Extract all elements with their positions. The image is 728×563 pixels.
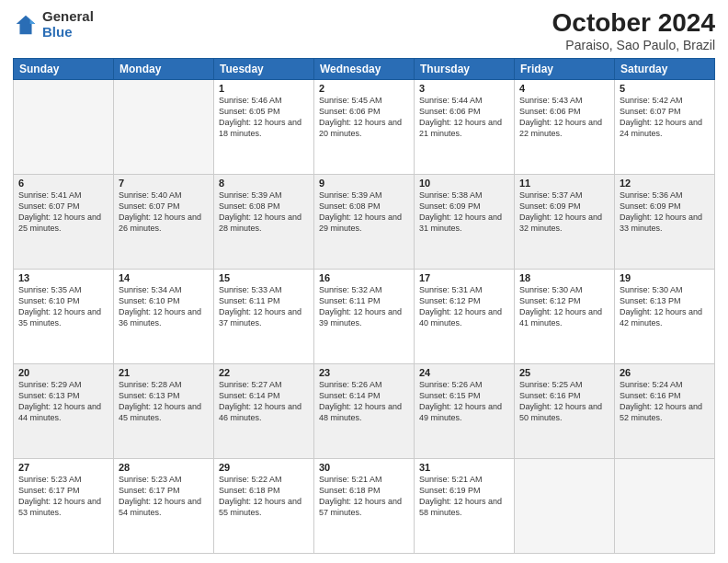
day-number: 5 bbox=[620, 83, 710, 94]
day-info: Sunrise: 5:39 AM Sunset: 6:08 PM Dayligh… bbox=[219, 190, 309, 235]
table-row bbox=[14, 79, 114, 174]
table-row: 31Sunrise: 5:21 AM Sunset: 6:19 PM Dayli… bbox=[415, 458, 515, 553]
table-row: 24Sunrise: 5:26 AM Sunset: 6:15 PM Dayli… bbox=[415, 363, 515, 458]
day-number: 23 bbox=[319, 367, 409, 378]
calendar-header-row: Sunday Monday Tuesday Wednesday Thursday… bbox=[14, 58, 715, 79]
day-number: 9 bbox=[319, 178, 409, 189]
calendar-table: Sunday Monday Tuesday Wednesday Thursday… bbox=[13, 58, 715, 554]
table-row: 13Sunrise: 5:35 AM Sunset: 6:10 PM Dayli… bbox=[14, 269, 114, 363]
table-row: 1Sunrise: 5:46 AM Sunset: 6:05 PM Daylig… bbox=[214, 79, 314, 174]
table-row: 2Sunrise: 5:45 AM Sunset: 6:06 PM Daylig… bbox=[314, 79, 415, 174]
table-row: 26Sunrise: 5:24 AM Sunset: 6:16 PM Dayli… bbox=[615, 363, 715, 458]
day-number: 31 bbox=[419, 462, 509, 473]
day-info: Sunrise: 5:34 AM Sunset: 6:10 PM Dayligh… bbox=[119, 284, 209, 329]
table-row: 23Sunrise: 5:26 AM Sunset: 6:14 PM Dayli… bbox=[314, 363, 415, 458]
day-info: Sunrise: 5:43 AM Sunset: 6:06 PM Dayligh… bbox=[519, 95, 609, 140]
day-info: Sunrise: 5:25 AM Sunset: 6:16 PM Dayligh… bbox=[519, 379, 609, 424]
calendar-week-row: 6Sunrise: 5:41 AM Sunset: 6:07 PM Daylig… bbox=[14, 174, 715, 269]
table-row: 30Sunrise: 5:21 AM Sunset: 6:18 PM Dayli… bbox=[314, 458, 415, 553]
table-row: 27Sunrise: 5:23 AM Sunset: 6:17 PM Dayli… bbox=[14, 458, 114, 553]
col-thursday: Thursday bbox=[415, 58, 515, 79]
day-info: Sunrise: 5:38 AM Sunset: 6:09 PM Dayligh… bbox=[419, 190, 509, 235]
day-info: Sunrise: 5:44 AM Sunset: 6:06 PM Dayligh… bbox=[419, 95, 509, 140]
day-info: Sunrise: 5:42 AM Sunset: 6:07 PM Dayligh… bbox=[620, 95, 710, 140]
table-row: 18Sunrise: 5:30 AM Sunset: 6:12 PM Dayli… bbox=[515, 269, 615, 363]
logo: General Blue bbox=[13, 9, 94, 40]
table-row: 4Sunrise: 5:43 AM Sunset: 6:06 PM Daylig… bbox=[515, 79, 615, 174]
table-row: 17Sunrise: 5:31 AM Sunset: 6:12 PM Dayli… bbox=[415, 269, 515, 363]
day-number: 17 bbox=[419, 272, 509, 283]
day-number: 27 bbox=[18, 462, 108, 473]
day-number: 10 bbox=[419, 178, 509, 189]
day-number: 28 bbox=[119, 462, 209, 473]
calendar-week-row: 13Sunrise: 5:35 AM Sunset: 6:10 PM Dayli… bbox=[14, 269, 715, 363]
day-info: Sunrise: 5:23 AM Sunset: 6:17 PM Dayligh… bbox=[18, 474, 108, 519]
table-row: 5Sunrise: 5:42 AM Sunset: 6:07 PM Daylig… bbox=[615, 79, 715, 174]
calendar-week-row: 1Sunrise: 5:46 AM Sunset: 6:05 PM Daylig… bbox=[14, 79, 715, 174]
table-row bbox=[114, 79, 214, 174]
header: General Blue October 2024 Paraiso, Sao P… bbox=[13, 9, 715, 52]
table-row: 10Sunrise: 5:38 AM Sunset: 6:09 PM Dayli… bbox=[415, 174, 515, 269]
day-info: Sunrise: 5:31 AM Sunset: 6:12 PM Dayligh… bbox=[419, 284, 509, 329]
day-info: Sunrise: 5:39 AM Sunset: 6:08 PM Dayligh… bbox=[319, 190, 409, 235]
day-info: Sunrise: 5:23 AM Sunset: 6:17 PM Dayligh… bbox=[119, 474, 209, 519]
day-number: 18 bbox=[519, 272, 609, 283]
day-info: Sunrise: 5:37 AM Sunset: 6:09 PM Dayligh… bbox=[519, 190, 609, 235]
table-row: 3Sunrise: 5:44 AM Sunset: 6:06 PM Daylig… bbox=[415, 79, 515, 174]
day-number: 20 bbox=[18, 367, 108, 378]
day-number: 11 bbox=[519, 178, 609, 189]
day-number: 7 bbox=[119, 178, 209, 189]
day-info: Sunrise: 5:45 AM Sunset: 6:06 PM Dayligh… bbox=[319, 95, 409, 140]
day-info: Sunrise: 5:27 AM Sunset: 6:14 PM Dayligh… bbox=[219, 379, 309, 424]
table-row: 14Sunrise: 5:34 AM Sunset: 6:10 PM Dayli… bbox=[114, 269, 214, 363]
table-row: 25Sunrise: 5:25 AM Sunset: 6:16 PM Dayli… bbox=[515, 363, 615, 458]
table-row: 29Sunrise: 5:22 AM Sunset: 6:18 PM Dayli… bbox=[214, 458, 314, 553]
table-row: 21Sunrise: 5:28 AM Sunset: 6:13 PM Dayli… bbox=[114, 363, 214, 458]
table-row: 8Sunrise: 5:39 AM Sunset: 6:08 PM Daylig… bbox=[214, 174, 314, 269]
day-info: Sunrise: 5:28 AM Sunset: 6:13 PM Dayligh… bbox=[119, 379, 209, 424]
day-info: Sunrise: 5:32 AM Sunset: 6:11 PM Dayligh… bbox=[319, 284, 409, 329]
logo-general-text: General bbox=[42, 9, 94, 25]
table-row bbox=[615, 458, 715, 553]
table-row: 7Sunrise: 5:40 AM Sunset: 6:07 PM Daylig… bbox=[114, 174, 214, 269]
day-number: 1 bbox=[219, 83, 309, 94]
table-row: 12Sunrise: 5:36 AM Sunset: 6:09 PM Dayli… bbox=[615, 174, 715, 269]
logo-text: General Blue bbox=[42, 9, 94, 40]
day-info: Sunrise: 5:36 AM Sunset: 6:09 PM Dayligh… bbox=[620, 190, 710, 235]
table-row: 22Sunrise: 5:27 AM Sunset: 6:14 PM Dayli… bbox=[214, 363, 314, 458]
col-friday: Friday bbox=[515, 58, 615, 79]
day-info: Sunrise: 5:21 AM Sunset: 6:19 PM Dayligh… bbox=[419, 474, 509, 519]
calendar-week-row: 20Sunrise: 5:29 AM Sunset: 6:13 PM Dayli… bbox=[14, 363, 715, 458]
day-number: 22 bbox=[219, 367, 309, 378]
day-number: 2 bbox=[319, 83, 409, 94]
table-row: 19Sunrise: 5:30 AM Sunset: 6:13 PM Dayli… bbox=[615, 269, 715, 363]
table-row: 6Sunrise: 5:41 AM Sunset: 6:07 PM Daylig… bbox=[14, 174, 114, 269]
table-row: 20Sunrise: 5:29 AM Sunset: 6:13 PM Dayli… bbox=[14, 363, 114, 458]
table-row: 9Sunrise: 5:39 AM Sunset: 6:08 PM Daylig… bbox=[314, 174, 415, 269]
title-block: October 2024 Paraiso, Sao Paulo, Brazil bbox=[552, 9, 715, 52]
day-info: Sunrise: 5:29 AM Sunset: 6:13 PM Dayligh… bbox=[18, 379, 108, 424]
day-info: Sunrise: 5:35 AM Sunset: 6:10 PM Dayligh… bbox=[18, 284, 108, 329]
col-sunday: Sunday bbox=[14, 58, 114, 79]
day-number: 25 bbox=[519, 367, 609, 378]
day-number: 15 bbox=[219, 272, 309, 283]
day-number: 24 bbox=[419, 367, 509, 378]
day-info: Sunrise: 5:21 AM Sunset: 6:18 PM Dayligh… bbox=[319, 474, 409, 519]
table-row bbox=[515, 458, 615, 553]
day-number: 4 bbox=[519, 83, 609, 94]
day-number: 14 bbox=[119, 272, 209, 283]
day-info: Sunrise: 5:46 AM Sunset: 6:05 PM Dayligh… bbox=[219, 95, 309, 140]
table-row: 11Sunrise: 5:37 AM Sunset: 6:09 PM Dayli… bbox=[515, 174, 615, 269]
day-number: 26 bbox=[620, 367, 710, 378]
calendar-location: Paraiso, Sao Paulo, Brazil bbox=[552, 38, 715, 52]
day-info: Sunrise: 5:22 AM Sunset: 6:18 PM Dayligh… bbox=[219, 474, 309, 519]
calendar-title: October 2024 bbox=[552, 9, 715, 38]
table-row: 15Sunrise: 5:33 AM Sunset: 6:11 PM Dayli… bbox=[214, 269, 314, 363]
day-number: 6 bbox=[18, 178, 108, 189]
day-info: Sunrise: 5:41 AM Sunset: 6:07 PM Dayligh… bbox=[18, 190, 108, 235]
calendar-week-row: 27Sunrise: 5:23 AM Sunset: 6:17 PM Dayli… bbox=[14, 458, 715, 553]
logo-icon bbox=[13, 12, 39, 38]
table-row: 16Sunrise: 5:32 AM Sunset: 6:11 PM Dayli… bbox=[314, 269, 415, 363]
day-number: 21 bbox=[119, 367, 209, 378]
logo-blue-text: Blue bbox=[42, 25, 94, 40]
